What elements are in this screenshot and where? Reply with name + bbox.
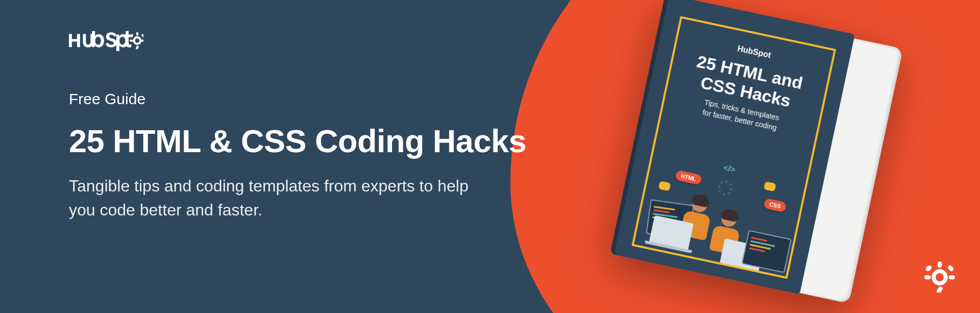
banner-content: Free Guide 25 HTML & CSS Coding Hacks Ta… xyxy=(69,30,528,222)
svg-point-8 xyxy=(934,271,946,283)
headline: 25 HTML & CSS Coding Hacks xyxy=(69,124,528,159)
svg-rect-10 xyxy=(936,286,944,293)
html-chip: HTML xyxy=(675,170,702,185)
subheadline: Tangible tips and coding templates from … xyxy=(69,174,487,222)
svg-rect-5 xyxy=(130,39,133,41)
gear-icon xyxy=(716,179,734,197)
svg-rect-12 xyxy=(947,264,954,272)
book-frame: HubSpot 25 HTML and CSS Hacks Tips, tric… xyxy=(631,16,836,279)
code-tag-icon: </> xyxy=(723,163,736,175)
hubspot-sprocket-icon xyxy=(924,261,955,293)
eyebrow-label: Free Guide xyxy=(69,90,528,108)
css-chip: CSS xyxy=(764,198,787,212)
svg-rect-1 xyxy=(136,32,138,36)
svg-point-0 xyxy=(134,37,141,44)
hubspot-logo xyxy=(69,30,528,51)
book-illustration: </> HTML CSS xyxy=(646,152,795,269)
book-brand-logo: HubSpot xyxy=(737,44,772,60)
speech-bubble-icon xyxy=(658,181,671,191)
svg-point-15 xyxy=(926,266,931,271)
promo-banner[interactable]: Free Guide 25 HTML & CSS Coding Hacks Ta… xyxy=(0,0,980,313)
book-brand-text: HubSpot xyxy=(737,44,772,59)
svg-rect-9 xyxy=(938,261,942,268)
svg-rect-2 xyxy=(135,45,139,50)
svg-rect-6 xyxy=(141,39,143,41)
speech-bubble-icon xyxy=(764,181,776,191)
svg-rect-14 xyxy=(949,275,955,279)
svg-rect-4 xyxy=(141,34,143,38)
svg-rect-13 xyxy=(924,275,930,279)
